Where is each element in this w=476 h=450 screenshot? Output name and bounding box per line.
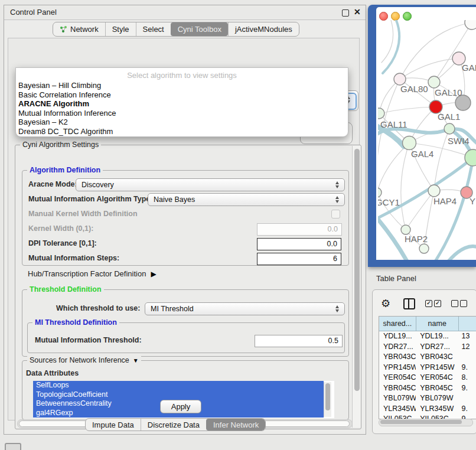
expanded-arrow-icon[interactable]: ▼ [133,357,139,364]
select-all-icon[interactable]: ✓ ✓ [425,300,441,307]
network-node[interactable] [428,185,440,197]
node-label-gal[interactable]: GAL [462,63,476,73]
tab-style[interactable]: Style [105,22,136,36]
kernel-width-field[interactable]: 0.0 [257,223,342,236]
network-edge[interactable] [378,215,407,260]
dropdown-item-bayesian-k2[interactable]: Bayesian – K2 [18,118,345,127]
hub-definition-toggle[interactable]: Hub/Transcription Factor Definition▶ [28,269,157,278]
column-header-clipped[interactable] [459,317,476,331]
network-node[interactable] [394,73,406,85]
tab-impute-data[interactable]: Impute Data [86,419,141,431]
dropdown-item-dream8-dc-tdc-algorithm[interactable]: Dream8 DC_TDC Algorithm [18,127,345,136]
dropdown-item-basic-correlation-inference[interactable]: Basic Correlation Inference [18,90,345,100]
node-label-hap2[interactable]: HAP2 [405,234,428,244]
node-label-hap4[interactable]: HAP4 [433,196,457,206]
table-row[interactable]: YLR345WYLR345W9. [379,404,476,415]
close-icon[interactable]: ✕ [354,7,361,17]
attribute-list-scrollbar[interactable] [324,382,331,417]
node-label-gcy1[interactable]: GCY1 [378,197,400,207]
which-threshold-combo[interactable]: MI Threshold [145,302,345,315]
network-edge[interactable] [448,246,476,260]
node-label-y[interactable]: Y [470,196,475,206]
table-row[interactable]: YBL079WYBL079W [379,393,476,404]
network-canvas[interactable]: GALGAL80GAL10GAL1GAL11SWI4GAL4HAP4YGCY1H… [378,20,476,260]
combo-spinner-icon[interactable] [335,195,340,204]
apply-button[interactable]: Apply [160,400,201,413]
network-node[interactable] [419,244,429,253]
collapsed-arrow-icon[interactable]: ▶ [151,270,156,278]
scrollbar-thumb[interactable] [380,420,462,424]
network-edge[interactable] [434,22,472,82]
tab-select[interactable]: Select [136,22,171,36]
mac-close-icon[interactable] [379,12,388,21]
tab-cyni-toolbox[interactable]: Cyni Toolbox [171,22,228,36]
split-columns-icon[interactable] [403,298,415,309]
mac-minimize-icon[interactable] [391,12,400,21]
tab-discretize-data[interactable]: Discretize Data [141,419,206,431]
network-node[interactable] [465,20,476,30]
dpi-tolerance-field[interactable]: 0.0 [257,238,341,250]
column-header-name[interactable]: name [416,317,459,331]
node-label-swi4[interactable]: SWI4 [448,136,470,146]
settings-vertical-scrollbar[interactable] [352,146,361,428]
node-label-gal4[interactable]: GAL4 [411,149,433,159]
dropdown-item-bayesian-hill-climbing[interactable]: Bayesian – Hill Climbing [18,81,345,90]
table-row[interactable]: YBR043CYBR043C [379,352,476,363]
tab-label: Select [143,25,164,34]
column-header-shared[interactable]: shared... [379,317,416,331]
node-label-gal80[interactable]: GAL80 [400,84,428,94]
node-label-gal11[interactable]: GAL11 [380,119,407,129]
dropdown-item-mutual-information-inference[interactable]: Mutual Information Inference [18,109,345,118]
network-icon [60,25,67,33]
mi-algorithm-type-combo[interactable]: Naive Bayes [148,193,345,206]
network-edge[interactable] [378,143,409,193]
gear-icon[interactable]: ⚙ [381,298,390,309]
network-node[interactable] [428,76,440,88]
table-row[interactable]: YPR145WYPR145W9. [379,363,476,373]
node-label-gal10[interactable]: GAL10 [435,87,462,97]
network-edge[interactable] [401,143,409,230]
combo-spinner-icon[interactable] [335,181,340,189]
algorithm-dropdown-popup: Select algorithm to view settings Bayesi… [15,67,348,137]
aracne-mode-combo[interactable]: Discovery [76,178,345,191]
network-graph[interactable]: GALGAL80GAL10GAL1GAL11SWI4GAL4HAP4YGCY1H… [378,20,476,260]
attribute-item-topologicalcoefficient[interactable]: TopologicalCoefficient [33,390,324,400]
tab-infer-network[interactable]: Infer Network [206,419,265,431]
table-row[interactable]: YER054CYER054C8. [379,373,476,383]
combo-spinner-icon[interactable] [335,305,340,313]
cyni-algorithm-settings-pane: Cyni Algorithm Settings Algorithm Defini… [15,145,361,429]
table-cell: YDL19... [379,331,416,342]
network-edge[interactable] [382,20,393,63]
tab-label: Discretize Data [148,420,200,429]
table-row[interactable]: YIL053CYIL053C9. [379,414,476,419]
table-horizontal-scrollbar[interactable] [379,419,473,426]
table-row[interactable]: YDR27...YDR27...12 [379,342,476,353]
network-node[interactable] [401,225,410,234]
mi-steps-label: Mutual Information Steps: [28,254,119,262]
mi-steps-field[interactable]: 6 [257,253,341,265]
network-edge[interactable] [400,22,472,79]
network-node[interactable] [444,123,455,134]
scrollbar-thumb[interactable] [325,383,330,410]
manual-kernel-checkbox[interactable] [331,210,340,219]
mac-zoom-icon[interactable] [403,12,412,21]
mi-threshold-field[interactable]: 0.5 [255,335,343,347]
node-label-gal1[interactable]: GAL1 [438,112,460,122]
tab-network[interactable]: Network [53,22,105,36]
network-window[interactable]: GALGAL80GAL10GAL1GAL11SWI4GAL4HAP4YGCY1H… [376,7,476,260]
network-node[interactable] [403,136,416,150]
tab-label: Cyni Toolbox [178,25,221,34]
network-edge[interactable] [400,58,459,79]
minimized-panel-icon[interactable] [5,443,21,450]
scrollbar-thumb[interactable] [354,149,360,391]
tab-jactivemnodules[interactable]: jActiveMNodules [228,22,299,36]
deselect-all-icon[interactable] [451,300,467,307]
table-row[interactable]: YBR045CYBR045C9. [379,383,476,394]
table-row[interactable]: YDL19...YDL19...13 [379,331,476,342]
float-window-icon[interactable] [342,9,349,17]
dropdown-item-aracne-algorithm[interactable]: ARACNE Algorithm [18,99,345,109]
network-node[interactable] [378,108,384,119]
network-node[interactable] [378,188,382,197]
attribute-item-selfloops[interactable]: SelfLoops [33,381,324,390]
table-cell: YDL19... [416,331,457,342]
